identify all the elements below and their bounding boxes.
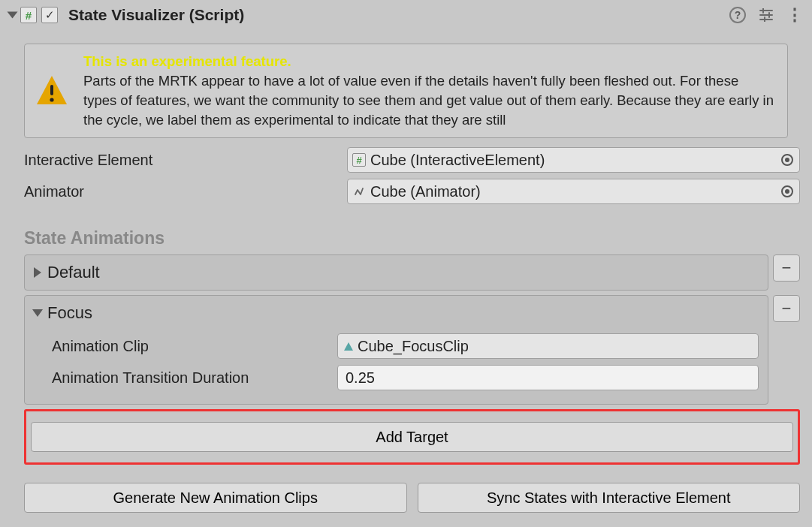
component-enable-checkbox[interactable]: ✓ — [41, 7, 58, 23]
kebab-menu-icon[interactable]: ⋮ — [786, 7, 803, 23]
sync-states-button[interactable]: Sync States with Interactive Element — [418, 483, 801, 513]
component-header: # ✓ State Visualizer (Script) ? ⋮ — [0, 0, 812, 30]
experimental-warning: This is an experimental feature. Parts o… — [24, 44, 788, 138]
foldout-default[interactable]: Default — [24, 254, 768, 291]
generate-clips-button[interactable]: Generate New Animation Clips — [24, 483, 407, 513]
add-target-highlight: Add Target — [24, 409, 800, 465]
interactive-element-field[interactable]: # Cube (InteractiveElement) — [347, 147, 800, 173]
animator-field[interactable]: Cube (Animator) — [347, 179, 800, 204]
warning-title: This is an experimental feature. — [83, 53, 291, 69]
state-animations-heading: State Animations — [24, 228, 788, 248]
animator-value: Cube (Animator) — [370, 183, 481, 200]
transition-duration-field[interactable]: 0.25 — [337, 365, 759, 390]
animator-mini-icon — [352, 185, 366, 198]
focus-animation-clip-row: Animation Clip Cube_FocusClip — [52, 330, 759, 362]
script-mini-icon: # — [352, 153, 366, 167]
remove-default-button[interactable]: − — [773, 254, 800, 282]
interactive-element-value: Cube (InteractiveElement) — [370, 152, 545, 169]
warning-icon — [34, 73, 70, 109]
transition-duration-label: Animation Transition Duration — [52, 369, 330, 387]
animation-clip-value: Cube_FocusClip — [358, 338, 469, 355]
add-target-button[interactable]: Add Target — [31, 422, 793, 452]
foldout-focus-title: Focus — [47, 303, 92, 323]
foldout-arrow-icon — [34, 267, 41, 278]
property-interactive-element: Interactive Element # Cube (InteractiveE… — [0, 144, 812, 176]
svg-rect-0 — [50, 85, 53, 95]
foldout-focus-header[interactable]: Focus — [34, 303, 759, 323]
focus-transition-duration-row: Animation Transition Duration 0.25 — [52, 362, 759, 393]
property-label: Animator — [24, 183, 340, 200]
warning-body: Parts of the MRTK appear to have a lot o… — [83, 73, 774, 128]
foldout-focus: Focus Animation Clip Cube_FocusClip Anim… — [24, 295, 768, 405]
property-label: Interactive Element — [24, 152, 340, 169]
remove-focus-button[interactable]: − — [773, 295, 800, 322]
foldout-arrow-icon — [32, 309, 43, 317]
component-foldout-arrow[interactable] — [8, 12, 18, 19]
animation-clip-field[interactable]: Cube_FocusClip — [337, 333, 759, 359]
property-animator: Animator Cube (Animator) — [0, 176, 812, 207]
help-icon[interactable]: ? — [729, 7, 746, 23]
preset-icon[interactable] — [758, 7, 774, 23]
component-title: State Visualizer (Script) — [68, 6, 244, 24]
script-icon: # — [20, 7, 37, 23]
object-picker-icon[interactable] — [781, 185, 793, 197]
svg-point-1 — [50, 98, 53, 101]
animation-clip-icon — [344, 342, 353, 351]
animation-clip-label: Animation Clip — [52, 338, 330, 355]
foldout-default-title: Default — [47, 263, 100, 282]
object-picker-icon[interactable] — [781, 154, 793, 166]
